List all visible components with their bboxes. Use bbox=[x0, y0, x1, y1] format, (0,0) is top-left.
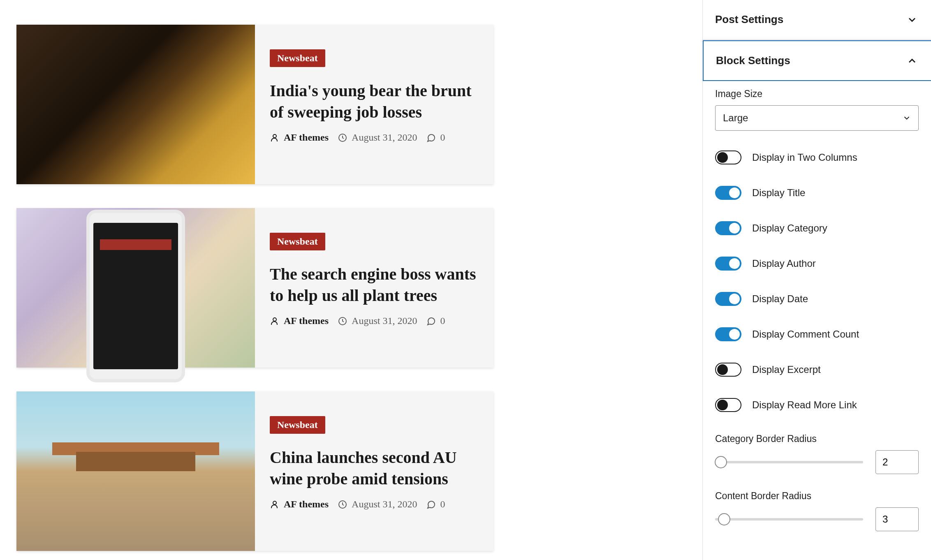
clock-icon bbox=[338, 133, 347, 143]
toggle-label: Display in Two Columns bbox=[752, 152, 857, 163]
toggle-display-category[interactable] bbox=[715, 221, 741, 235]
category-radius-input[interactable] bbox=[875, 450, 919, 474]
date-link[interactable]: August 31, 2020 bbox=[338, 499, 417, 510]
post-card: Newsbeat China launches second AU wine p… bbox=[16, 391, 493, 551]
author-link[interactable]: AF themes bbox=[270, 315, 329, 326]
comment-icon bbox=[426, 133, 436, 143]
toggle-display-title[interactable] bbox=[715, 186, 741, 200]
author-name: AF themes bbox=[284, 499, 329, 510]
user-icon bbox=[270, 316, 280, 326]
user-icon bbox=[270, 133, 280, 143]
user-icon bbox=[270, 500, 280, 509]
svg-point-2 bbox=[273, 318, 276, 321]
image-size-select[interactable]: Large bbox=[715, 105, 919, 131]
post-thumbnail[interactable] bbox=[16, 391, 255, 551]
toggle-label: Display Category bbox=[752, 222, 827, 234]
author-name: AF themes bbox=[284, 315, 329, 326]
post-thumbnail[interactable] bbox=[16, 25, 255, 184]
toggle-display-date[interactable] bbox=[715, 292, 741, 306]
date-link[interactable]: August 31, 2020 bbox=[338, 315, 417, 326]
slider-thumb[interactable] bbox=[715, 456, 727, 468]
post-settings-title: Post Settings bbox=[715, 13, 783, 26]
toggle-display-excerpt[interactable] bbox=[715, 363, 741, 377]
svg-point-4 bbox=[273, 501, 276, 504]
post-title[interactable]: The search engine boss wants to help us … bbox=[270, 264, 477, 306]
toggle-display-comment-count[interactable] bbox=[715, 327, 741, 341]
comments-link[interactable]: 0 bbox=[426, 315, 445, 326]
comments-link[interactable]: 0 bbox=[426, 132, 445, 143]
image-size-label: Image Size bbox=[715, 88, 919, 100]
toggle-label: Display Excerpt bbox=[752, 364, 821, 375]
toggle-label: Display Date bbox=[752, 293, 808, 305]
toggle-label: Display Comment Count bbox=[752, 329, 859, 340]
content-radius-slider[interactable] bbox=[715, 518, 863, 521]
svg-point-0 bbox=[273, 134, 276, 138]
comment-count: 0 bbox=[440, 315, 445, 326]
category-radius-slider[interactable] bbox=[715, 461, 863, 463]
author-link[interactable]: AF themes bbox=[270, 499, 329, 510]
author-link[interactable]: AF themes bbox=[270, 132, 329, 143]
post-date: August 31, 2020 bbox=[352, 499, 417, 510]
category-badge[interactable]: Newsbeat bbox=[270, 233, 325, 250]
post-body: Newsbeat China launches second AU wine p… bbox=[255, 391, 493, 551]
clock-icon bbox=[338, 316, 347, 326]
content-radius-input[interactable] bbox=[875, 507, 919, 531]
chevron-up-icon bbox=[906, 55, 918, 67]
post-date: August 31, 2020 bbox=[352, 132, 417, 143]
chevron-down-icon bbox=[906, 14, 918, 25]
comment-icon bbox=[426, 500, 436, 509]
post-body: Newsbeat India's young bear the brunt of… bbox=[255, 25, 493, 184]
post-date: August 31, 2020 bbox=[352, 315, 417, 326]
clock-icon bbox=[338, 500, 347, 509]
block-settings-body: Image Size Large Display in Two Columns … bbox=[703, 81, 931, 560]
category-radius-label: Category Border Radius bbox=[715, 433, 919, 444]
settings-sidebar: Post Settings Block Settings Image Size … bbox=[702, 0, 931, 560]
block-settings-header[interactable]: Block Settings bbox=[704, 41, 931, 80]
post-title[interactable]: India's young bear the brunt of sweeping… bbox=[270, 80, 477, 123]
post-title[interactable]: China launches second AU wine probe amid… bbox=[270, 447, 477, 490]
date-link[interactable]: August 31, 2020 bbox=[338, 132, 417, 143]
content-radius-label: Content Border Radius bbox=[715, 491, 919, 502]
block-settings-panel: Block Settings bbox=[703, 40, 931, 81]
category-badge[interactable]: Newsbeat bbox=[270, 416, 325, 434]
slider-thumb[interactable] bbox=[718, 513, 730, 525]
toggle-two-columns[interactable] bbox=[715, 150, 741, 164]
comments-link[interactable]: 0 bbox=[426, 499, 445, 510]
toggle-display-read-more[interactable] bbox=[715, 398, 741, 412]
post-list: Newsbeat India's young bear the brunt of… bbox=[0, 0, 702, 560]
comment-count: 0 bbox=[440, 132, 445, 143]
comment-count: 0 bbox=[440, 499, 445, 510]
category-badge[interactable]: Newsbeat bbox=[270, 49, 325, 67]
post-card: Newsbeat India's young bear the brunt of… bbox=[16, 25, 493, 184]
post-meta: AF themes August 31, 2020 0 bbox=[270, 315, 477, 326]
post-meta: AF themes August 31, 2020 0 bbox=[270, 132, 477, 143]
toggle-label: Display Read More Link bbox=[752, 399, 857, 411]
toggle-label: Display Author bbox=[752, 258, 816, 269]
toggle-display-author[interactable] bbox=[715, 257, 741, 271]
post-card: Newsbeat The search engine boss wants to… bbox=[16, 208, 493, 368]
toggle-label: Display Title bbox=[752, 187, 805, 199]
comment-icon bbox=[426, 316, 436, 326]
post-meta: AF themes August 31, 2020 0 bbox=[270, 499, 477, 510]
post-body: Newsbeat The search engine boss wants to… bbox=[255, 208, 493, 368]
block-settings-title: Block Settings bbox=[716, 54, 790, 67]
author-name: AF themes bbox=[284, 132, 329, 143]
post-settings-header[interactable]: Post Settings bbox=[703, 0, 931, 39]
post-thumbnail[interactable] bbox=[16, 208, 255, 368]
